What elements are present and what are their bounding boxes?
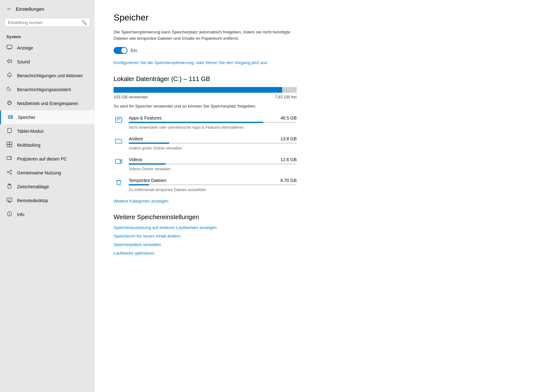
category-videos[interactable]: Videos 12.6 GB Videos-Ordner verwalten bbox=[114, 157, 297, 172]
category-temp-sub: Zu entfernende temporäre Dateien auswähl… bbox=[129, 188, 206, 192]
category-andere-bar bbox=[129, 143, 297, 144]
storage-bar-labels: 103 GB verwendet 7.82 GB frei bbox=[114, 95, 297, 99]
sidebar-item-zwischenablage[interactable]: Zwischenablage bbox=[0, 180, 95, 194]
category-temp[interactable]: Temporäre Dateien 6.70 GB Zu entfernende… bbox=[114, 178, 297, 192]
category-temp-name: Temporäre Dateien bbox=[129, 178, 166, 183]
storage-bar-container bbox=[114, 87, 297, 93]
storage-description: Die Speicheroptimierung kann Speicherpla… bbox=[114, 29, 290, 42]
sidebar-item-tablet[interactable]: Tablet-Modus bbox=[0, 124, 95, 138]
svg-point-19 bbox=[9, 213, 10, 213]
sidebar-item-label: Projizieren auf diesen PC bbox=[17, 156, 67, 161]
back-arrow-icon: ← bbox=[6, 6, 12, 12]
used-label: 103 GB verwendet bbox=[114, 95, 148, 99]
sidebar-item-label: Info bbox=[17, 212, 24, 217]
sidebar-item-label: Speicher bbox=[18, 115, 35, 120]
svg-rect-10 bbox=[7, 144, 9, 147]
category-temp-name-row: Temporäre Dateien 6.70 GB bbox=[129, 178, 297, 183]
sidebar-item-speicher[interactable]: Speicher bbox=[0, 110, 95, 124]
category-andere-bar-fill bbox=[129, 143, 169, 144]
sidebar-item-sound[interactable]: Sound bbox=[0, 55, 95, 69]
toggle-label: Ein bbox=[131, 48, 137, 53]
page-title: Speicher bbox=[114, 13, 538, 23]
storage-optimization-toggle[interactable] bbox=[114, 47, 127, 54]
local-drive-title: Lokaler Datenträger (C:) – 111 GB bbox=[114, 75, 538, 83]
category-temp-size: 6.70 GB bbox=[281, 178, 297, 183]
category-apps-bar bbox=[129, 122, 297, 123]
search-input[interactable] bbox=[8, 20, 81, 25]
sidebar-item-benachrichtigungsassistent[interactable]: Benachrichtigungsassistent bbox=[0, 83, 95, 97]
sidebar-item-info[interactable]: Info bbox=[0, 208, 95, 221]
settings-link-1[interactable]: Speicherort für neuen Inhalt ändern bbox=[114, 234, 538, 238]
sound-icon bbox=[6, 58, 13, 65]
free-label: 7.82 GB frei bbox=[275, 95, 297, 99]
category-videos-bar-fill bbox=[129, 163, 166, 165]
back-label: Einstellungen bbox=[16, 6, 44, 12]
share-icon bbox=[6, 169, 13, 176]
svg-point-13 bbox=[10, 170, 12, 171]
folder-icon bbox=[114, 137, 124, 146]
svg-point-15 bbox=[10, 173, 12, 174]
sidebar-item-remotedesktop[interactable]: Remotedesktop bbox=[0, 194, 95, 208]
moon-icon bbox=[6, 86, 13, 93]
category-andere-size: 13.8 GB bbox=[281, 136, 297, 141]
svg-point-7 bbox=[9, 132, 10, 133]
category-andere-sub: Andere große Ordner verwalten bbox=[129, 146, 182, 150]
svg-rect-8 bbox=[7, 142, 9, 144]
category-andere-name-row: Andere 13.8 GB bbox=[129, 136, 297, 141]
category-temp-details: Temporäre Dateien 6.70 GB Zu entfernende… bbox=[129, 178, 297, 192]
more-settings-title: Weitere Speichereinstellungen bbox=[114, 214, 538, 221]
info-icon bbox=[6, 211, 13, 218]
sidebar-item-projizieren[interactable]: Projizieren auf diesen PC bbox=[0, 152, 95, 166]
sidebar-item-label: Remotedesktop bbox=[17, 198, 48, 203]
settings-link-2[interactable]: Speicherplätze verwalten bbox=[114, 242, 538, 247]
category-videos-size: 12.6 GB bbox=[281, 157, 297, 162]
sidebar-item-anzeige[interactable]: Anzeige bbox=[0, 41, 95, 55]
sidebar-item-label: Sound bbox=[17, 59, 30, 64]
search-icon: 🔍 bbox=[81, 20, 87, 25]
category-andere[interactable]: Andere 13.8 GB Andere große Ordner verwa… bbox=[114, 136, 297, 151]
category-videos-details: Videos 12.6 GB Videos-Ordner verwalten bbox=[129, 157, 297, 172]
category-andere-details: Andere 13.8 GB Andere große Ordner verwa… bbox=[129, 136, 297, 151]
settings-link-3[interactable]: Laufwerke optimieren bbox=[114, 251, 538, 255]
svg-point-14 bbox=[7, 172, 9, 173]
svg-rect-21 bbox=[116, 159, 120, 164]
search-box[interactable]: 🔍 bbox=[4, 18, 90, 27]
sidebar-item-benachrichtigungen[interactable]: Benachrichtigungen und Aktionen bbox=[0, 69, 95, 83]
trash-icon bbox=[114, 178, 124, 188]
sidebar-item-label: Anzeige bbox=[17, 45, 33, 50]
section-label: System bbox=[0, 31, 95, 41]
category-apps[interactable]: Apps & Features 46.5 GB Nicht verwendete… bbox=[114, 115, 297, 130]
sidebar-item-label: Benachrichtigungen und Aktionen bbox=[17, 73, 83, 78]
sidebar-item-label: Multitasking bbox=[17, 143, 40, 148]
display-icon bbox=[6, 44, 13, 51]
storage-desc: So wird Ihr Speicher verwendet und so kö… bbox=[114, 104, 538, 108]
storage-icon bbox=[7, 114, 14, 121]
settings-link-0[interactable]: Speicherauslastung auf anderen Laufwerke… bbox=[114, 225, 538, 230]
sidebar-item-label: Tablet-Modus bbox=[17, 129, 44, 134]
remote-icon bbox=[6, 197, 13, 204]
category-apps-size: 46.5 GB bbox=[281, 115, 297, 120]
toggle-row: Ein bbox=[114, 47, 538, 54]
category-videos-name-row: Videos 12.6 GB bbox=[129, 157, 297, 162]
sidebar-item-label: Netzbetrieb und Energiesparen bbox=[17, 101, 78, 106]
svg-rect-9 bbox=[9, 142, 12, 144]
back-button[interactable]: ← Einstellungen bbox=[0, 0, 95, 18]
svg-point-5 bbox=[12, 118, 12, 118]
more-categories-link[interactable]: Weitere Kategorien anzeigen bbox=[114, 199, 538, 203]
svg-rect-0 bbox=[7, 45, 12, 49]
category-apps-name-row: Apps & Features 46.5 GB bbox=[129, 115, 297, 120]
sidebar-item-gemeinsame[interactable]: Gemeinsame Nutzung bbox=[0, 166, 95, 180]
sidebar-item-multitasking[interactable]: Multitasking bbox=[0, 138, 95, 152]
tablet-icon bbox=[6, 128, 13, 135]
power-icon bbox=[6, 100, 13, 107]
category-temp-bar bbox=[129, 184, 297, 185]
category-apps-details: Apps & Features 46.5 GB Nicht verwendete… bbox=[129, 115, 297, 130]
project-icon bbox=[6, 155, 13, 162]
config-link[interactable]: Konfigurieren Sie die Speicheroptimierun… bbox=[114, 60, 278, 66]
video-icon bbox=[114, 158, 124, 167]
sidebar: ← Einstellungen 🔍 System Anzeige Sound B… bbox=[0, 0, 95, 392]
sidebar-item-label: Gemeinsame Nutzung bbox=[17, 170, 61, 175]
svg-point-4 bbox=[12, 116, 12, 116]
category-apps-bar-fill bbox=[129, 122, 263, 123]
sidebar-item-netzbetrieb[interactable]: Netzbetrieb und Energiesparen bbox=[0, 97, 95, 110]
